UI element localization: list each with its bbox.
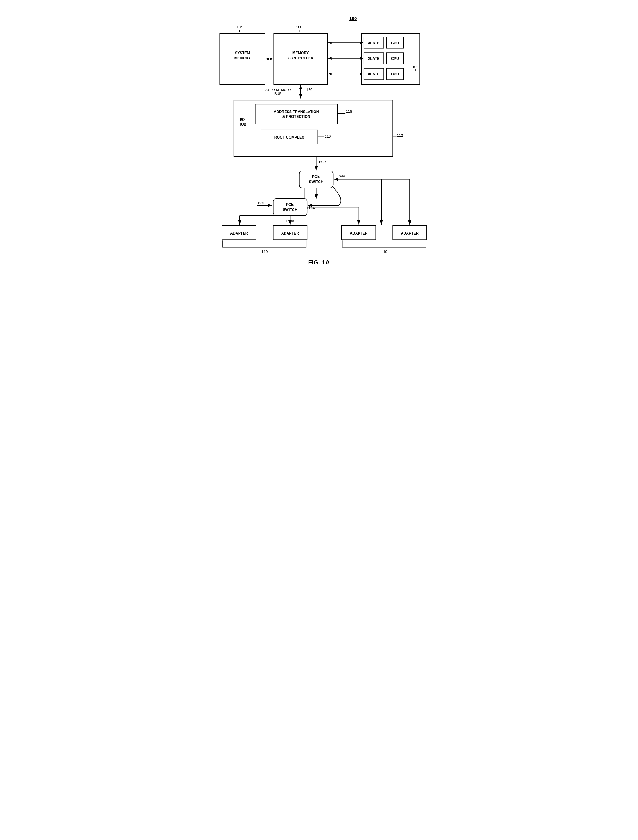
addr-trans-box [255,104,337,124]
ref-110-left: 110 [261,250,268,254]
xlate-1-label: XLATE [368,41,380,45]
ref-110-right: 110 [381,250,388,254]
cpu-2-label: CPU [391,57,399,61]
ref-112: 112 [397,133,404,137]
switch-connection-curve [308,187,341,205]
io-hub-label2: HUB [239,122,247,126]
adapter-3-label: ADAPTER [350,231,368,235]
ref-116: 116 [325,134,331,139]
ref-102-bottom: 102 [412,65,419,69]
system-memory-label2: MEMORY [234,56,251,60]
adapter-group1-bracket [223,240,306,247]
adapter-group2-bracket [342,240,426,247]
xlate-2-label: XLATE [368,57,380,61]
pcie-switch-top-label2: SWITCH [309,180,323,184]
ref-120: 120 [306,88,312,92]
pcie-switch-bottom-box [273,199,307,216]
io-hub-label1: I/O [240,118,245,122]
ref-114: 114 [309,206,315,210]
diagram-container: 100 104 106 108 102 SYSTEM MEMORY MEMORY… [205,6,433,311]
adapter-1-label: ADAPTER [230,231,248,235]
memory-controller-label: MEMORY [292,51,309,55]
xlate-3-label: XLATE [368,72,380,76]
addr-trans-label2: & PROTECTION [282,115,310,119]
ref-118: 118 [346,109,352,114]
adapter-4-label: ADAPTER [401,231,419,235]
diagram-title: 100 [349,16,357,21]
cpu-3-label: CPU [391,72,399,76]
io-memory-bus-label1: I/O-TO-MEMORY [264,88,291,92]
pcie-switch-top-label1: PCIe [312,175,320,179]
pcie-switch-bottom-label1: PCIe [286,202,294,207]
memory-controller-label2: CONTROLLER [288,56,313,60]
io-memory-bus-label2: BUS [274,92,282,95]
pcie-label-right: PCIe [337,174,345,178]
pcie-label-top: PCIe [319,160,326,164]
ref-104: 104 [236,25,243,29]
adapter-2-label: ADAPTER [281,231,299,235]
pcie-switch-bottom-label2: SWITCH [283,208,298,212]
pcie-switch-top-box [299,171,333,188]
root-complex-label: ROOT COMPLEX [274,135,305,139]
cpu-1-label: CPU [391,41,399,45]
pcie-label-left-bottom: PCIe [258,201,266,205]
figure-caption: FIG. 1A [308,259,330,266]
system-memory-label: SYSTEM [235,51,250,55]
addr-trans-label1: ADDRESS TRANSLATION [274,110,319,114]
ref-106: 106 [296,25,302,29]
